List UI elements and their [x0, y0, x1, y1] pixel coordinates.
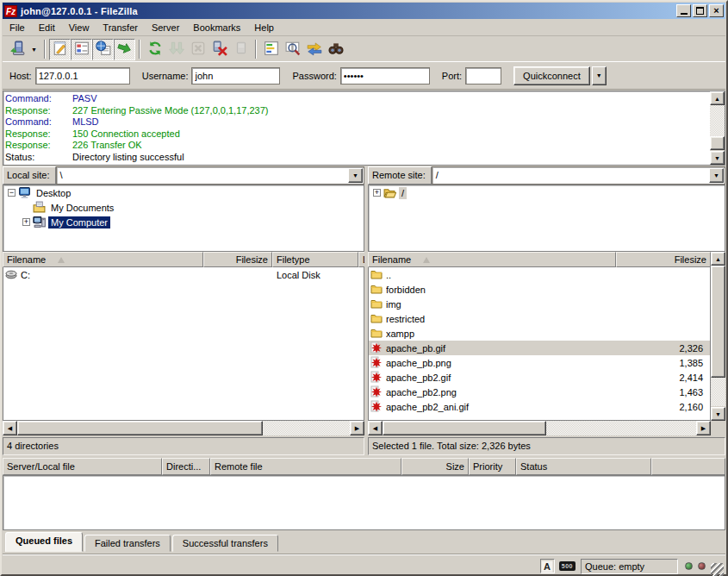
file-row[interactable]: img — [369, 297, 710, 311]
menu-help[interactable]: Help — [247, 20, 281, 35]
log-line: Command:MLSD — [5, 116, 707, 128]
scroll-track[interactable] — [546, 421, 696, 435]
tree-item[interactable]: −Desktop — [3, 185, 364, 200]
menu-transfer[interactable]: Transfer — [96, 20, 145, 35]
site-manager-button[interactable] — [6, 39, 28, 60]
file-row[interactable]: forbidden — [369, 282, 710, 297]
toggle-local-tree-view-button[interactable] — [71, 39, 92, 60]
menu-server[interactable]: Server — [145, 20, 186, 35]
scroll-down-button[interactable]: ▼ — [710, 151, 725, 165]
scroll-up-button[interactable]: ▲ — [710, 91, 725, 105]
collapse-minus-icon[interactable]: − — [8, 189, 16, 197]
computer-icon — [33, 216, 46, 229]
queue-column-remotefile[interactable]: Remote file — [210, 458, 401, 475]
menu-file[interactable]: File — [3, 20, 32, 35]
tab-queued-files[interactable]: Queued files — [5, 532, 83, 552]
menu-bar: FileEditViewTransferServerBookmarksHelp — [3, 19, 725, 36]
maximize-button[interactable] — [693, 4, 707, 17]
scroll-thumb[interactable] — [17, 421, 263, 435]
file-row[interactable]: apache_pb.gif2,326 — [369, 341, 710, 355]
file-row[interactable]: .. — [369, 267, 710, 282]
scroll-down-button[interactable]: ▼ — [711, 407, 725, 421]
scroll-thumb[interactable] — [711, 266, 725, 378]
toggle-local-icon — [74, 41, 90, 58]
find-files-button[interactable] — [325, 39, 346, 60]
expand-plus-icon[interactable]: + — [22, 218, 30, 226]
username-input[interactable] — [191, 67, 280, 85]
queue-column-directi[interactable]: Directi... — [162, 458, 210, 475]
toggle-queue-view-button[interactable] — [114, 39, 135, 60]
tree-item[interactable]: +/ — [369, 185, 725, 200]
cancel-operation-button — [187, 39, 208, 60]
column-header-filesize[interactable]: Filesize — [616, 252, 711, 267]
site-manager-dropdown[interactable]: ▼ — [28, 40, 40, 59]
remote-site-combobox[interactable]: / ▼ — [432, 166, 725, 185]
queue-column-priority[interactable]: Priority — [469, 458, 516, 475]
file-row[interactable]: apache_pb.png1,385 — [369, 355, 710, 370]
directory-comparison-button[interactable] — [282, 39, 303, 60]
scroll-left-button[interactable]: ◀ — [3, 421, 17, 435]
scroll-right-button[interactable]: ▶ — [696, 421, 711, 435]
column-header-label: Filetype — [277, 254, 310, 265]
column-header-l[interactable]: L — [358, 252, 364, 267]
resize-grip[interactable] — [711, 563, 724, 576]
column-header-filesize[interactable]: Filesize — [203, 252, 272, 267]
directory-listing-filters-button[interactable] — [260, 39, 282, 60]
local-horizontal-scrollbar[interactable]: ◀ ▶ — [3, 421, 364, 435]
host-input[interactable] — [35, 67, 130, 85]
quickconnect-dropdown-button[interactable]: ▼ — [592, 66, 607, 85]
close-button[interactable]: × — [709, 4, 724, 17]
queue-column-status[interactable]: Status — [516, 458, 651, 475]
toggle-log-view-button[interactable] — [49, 39, 71, 60]
tree-item[interactable]: +My Computer — [3, 215, 364, 229]
chevron-down-icon[interactable]: ▼ — [709, 168, 724, 183]
file-row[interactable]: apache_pb2_ani.gif2,160 — [369, 399, 710, 414]
image-file-icon — [370, 356, 383, 369]
minimize-button[interactable] — [676, 4, 691, 17]
queue-column-size[interactable]: Size — [401, 458, 469, 475]
transfer-queue-header: Server/Local fileDirecti...Remote fileSi… — [3, 458, 725, 475]
scroll-thumb[interactable] — [710, 136, 725, 150]
toggle-remote-tree-view-button[interactable] — [92, 39, 114, 60]
tab-successful-transfers[interactable]: Successful transfers — [172, 535, 278, 552]
file-row[interactable]: xampp — [369, 326, 710, 341]
tree-item[interactable]: My Documents — [3, 200, 364, 215]
file-row[interactable]: restricted — [369, 311, 710, 326]
queue-column-serverlocalfile[interactable]: Server/Local file — [3, 458, 162, 475]
chevron-down-icon[interactable]: ▼ — [348, 168, 363, 183]
file-row[interactable]: apache_pb2.gif2,414 — [369, 370, 710, 385]
file-row[interactable]: apache_pb2.png1,463 — [369, 385, 710, 399]
scroll-track[interactable] — [263, 421, 350, 435]
refresh-button[interactable] — [144, 39, 165, 60]
synchronized-browsing-button[interactable] — [303, 39, 325, 60]
log-vertical-scrollbar[interactable]: ▲ ▼ — [710, 91, 725, 165]
disconnect-button[interactable] — [208, 39, 230, 60]
log-line: Response:150 Connection accepted — [5, 128, 707, 141]
scroll-track[interactable] — [711, 378, 725, 406]
tab-failed-transfers[interactable]: Failed transfers — [84, 535, 171, 552]
scroll-left-button[interactable]: ◀ — [368, 421, 383, 435]
speed-limit-badge: 500 — [559, 561, 576, 571]
scroll-track[interactable] — [710, 105, 725, 136]
password-input[interactable] — [340, 67, 430, 85]
log-line: Status:Directory listing successful — [5, 152, 707, 164]
menu-view[interactable]: View — [62, 20, 96, 35]
column-header-filename[interactable]: Filename — [3, 252, 203, 267]
remote-vertical-scrollbar[interactable]: ▲ ▼ — [711, 252, 725, 421]
local-site-combobox[interactable]: \ ▼ — [56, 166, 364, 185]
port-input[interactable] — [465, 67, 501, 85]
column-header-filename[interactable]: Filename — [368, 252, 616, 267]
filezilla-window: Fz john@127.0.0.1 - FileZilla × FileEdit… — [0, 0, 728, 576]
file-name: restricted — [386, 314, 617, 324]
menu-bookmarks[interactable]: Bookmarks — [186, 20, 247, 35]
scroll-right-button[interactable]: ▶ — [350, 421, 364, 435]
file-size: 2,326 — [617, 343, 710, 354]
column-header-filetype[interactable]: Filetype — [272, 252, 358, 267]
remote-horizontal-scrollbar[interactable]: ◀ ▶ — [368, 421, 711, 435]
scroll-up-button[interactable]: ▲ — [711, 252, 725, 266]
quickconnect-button[interactable]: Quickconnect — [513, 66, 590, 85]
scroll-thumb[interactable] — [383, 421, 546, 435]
menu-edit[interactable]: Edit — [32, 20, 62, 35]
expand-plus-icon[interactable]: + — [373, 189, 381, 197]
file-row[interactable]: C:Local Disk — [3, 267, 364, 282]
